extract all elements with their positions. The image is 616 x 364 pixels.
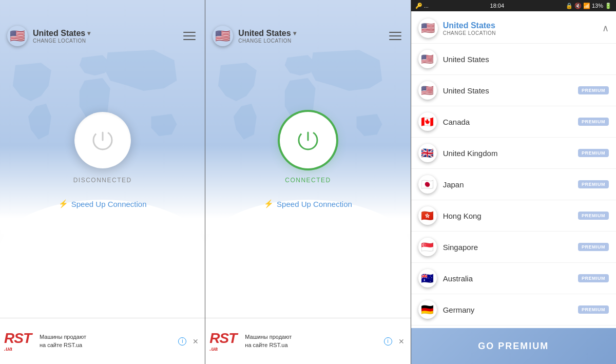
item-name-4: Japan [443,180,578,189]
header-flag-icon: 🇺🇸 [418,18,438,38]
premium-badge-1: PREMIUM [578,86,609,94]
speed-up-label-1: Speed Up Connection [71,200,147,208]
list-item[interactable]: 🇸🇬 Singapore PREMIUM [411,232,616,263]
power-button-2[interactable] [280,112,336,168]
premium-badge-6: PREMIUM [578,243,609,251]
item-flag-3: 🇬🇧 [418,144,437,162]
country-name-1: United States ▾ [33,29,90,38]
item-flag-7: 🇦🇺 [418,269,437,288]
status-right-3: 🔒 🔇 📶 13% 🔋 [566,3,612,9]
flag-icon-2: 🇺🇸 [213,26,233,46]
item-name-0: United States [443,55,609,64]
panel-connected: 🔑 ... 18:04 🔒 🔇 📶 13% 🔋 🇺🇸 United States… [205,0,411,364]
main-content-1: DISCONNECTED ⚡ Speed Up Connection [0,112,205,208]
list-item[interactable]: 🇭🇰 Hong Kong PREMIUM [411,200,616,232]
bolt-icon-2: ⚡ [264,199,274,208]
ad-info-icon-1[interactable]: i [178,337,186,346]
chevron-icon-2: ▾ [293,30,296,37]
menu-line-3 [183,39,196,40]
item-name-5: Hong Kong [443,212,578,220]
ad-logo-sub-1: .ua [4,346,12,352]
connection-status-1: DISCONNECTED [73,177,132,184]
power-icon-1 [90,127,116,153]
premium-badge-3: PREMIUM [578,149,609,157]
change-location-label-2: CHANGE LOCATION [238,38,296,44]
speed-up-label-2: Speed Up Connection [277,200,352,208]
chevron-icon-1: ▾ [87,30,90,37]
status-left-3: 🔑 ... [415,3,429,9]
item-name-8: Germany [443,305,578,314]
list-header-left: 🇺🇸 United States CHANGE LOCATION [418,18,496,38]
premium-badge-7: PREMIUM [578,274,609,282]
menu-line-4 [389,32,401,33]
premium-badge-5: PREMIUM [578,212,609,220]
list-item[interactable]: 🇬🇧 United Kingdom PREMIUM [411,138,616,169]
ad-logo-1: RST [4,331,31,346]
main-content-2: CONNECTED ⚡ Speed Up Connection [205,112,410,208]
speed-up-button-2[interactable]: ⚡ Speed Up Connection [264,199,352,208]
power-button-1[interactable] [74,112,131,168]
ad-content-1: RST .ua Машины продаютна сайте RST.ua i … [4,331,201,352]
connection-status-2: CONNECTED [285,177,331,184]
panel-disconnected: ▶ ... 18:03 🔒 🔇 📶 13% 🔋 🇺🇸 [0,0,205,364]
go-premium-label: GO PREMIUM [478,341,549,352]
list-item[interactable]: 🇺🇸 United States [411,44,616,75]
location-text-1: United States ▾ CHANGE LOCATION [33,29,90,44]
header-2: 🇺🇸 United States ▾ CHANGE LOCATION [205,11,410,50]
item-name-2: Canada [443,118,578,126]
ad-banner-2: RST .ua Машины продаютна сайте RST.ua i … [205,318,410,364]
item-flag-8: 🇩🇪 [418,300,437,319]
ad-logo-block-1: RST .ua [4,331,31,352]
ad-content-2: RST .ua Машины продаютна сайте RST.ua i … [209,331,406,352]
menu-line-2 [183,35,196,36]
menu-line-6 [389,39,401,40]
go-premium-button[interactable]: GO PREMIUM [411,328,616,364]
power-btn-container-2: CONNECTED [280,112,336,184]
menu-line-1 [183,32,196,33]
header-location-text: United States CHANGE LOCATION [443,21,496,36]
flag-icon-1: 🇺🇸 [7,26,28,46]
header-change-location: CHANGE LOCATION [443,30,496,36]
premium-badge-8: PREMIUM [578,305,609,314]
header-country-name: United States [443,21,496,30]
power-btn-container-1: DISCONNECTED [73,112,132,184]
item-flag-0: 🇺🇸 [418,50,437,68]
list-item[interactable]: 🇺🇸 United States PREMIUM [411,75,616,106]
ad-info-icon-2[interactable]: i [384,337,392,346]
list-item[interactable]: 🇨🇦 Canada PREMIUM [411,106,616,138]
item-name-1: United States [443,86,578,95]
ad-banner-1: RST .ua Машины продаютна сайте RST.ua i … [0,318,205,364]
country-name-2: United States ▾ [238,29,296,38]
ad-text-1: Машины продаютна сайте RST.ua [40,333,86,349]
status-bar-3: 🔑 ... 18:04 🔒 🔇 📶 13% 🔋 [411,0,616,11]
item-flag-5: 🇭🇰 [418,206,437,225]
item-name-6: Singapore [443,243,578,252]
status-time-3: 18:04 [490,3,505,9]
panel-location-list: 🔑 ... 18:04 🔒 🔇 📶 13% 🔋 🇺🇸 United States… [411,0,616,364]
item-flag-1: 🇺🇸 [418,81,437,100]
change-location-label-1: CHANGE LOCATION [33,38,90,44]
list-item[interactable]: 🇩🇪 Germany PREMIUM [411,294,616,325]
location-selector-1[interactable]: 🇺🇸 United States ▾ CHANGE LOCATION [7,26,90,46]
header-1: 🇺🇸 United States ▾ CHANGE LOCATION [0,11,205,50]
ad-logo-sub-2: .ua [209,346,218,352]
ad-logo-block-2: RST .ua [209,331,237,352]
location-text-2: United States ▾ CHANGE LOCATION [238,29,296,44]
list-item[interactable]: 🇦🇺 Australia PREMIUM [411,263,616,294]
premium-badge-2: PREMIUM [578,118,609,126]
item-flag-2: 🇨🇦 [418,112,437,131]
item-flag-6: 🇸🇬 [418,238,437,256]
ad-close-2[interactable]: ✕ [396,336,407,347]
menu-button-2[interactable] [387,30,403,42]
power-icon-2 [295,127,321,153]
item-name-3: United Kingdom [443,149,578,158]
bolt-icon-1: ⚡ [59,199,68,208]
location-selector-2[interactable]: 🇺🇸 United States ▾ CHANGE LOCATION [213,26,296,46]
premium-badge-4: PREMIUM [578,180,609,188]
chevron-up-icon[interactable]: ∧ [602,23,609,34]
menu-button-1[interactable] [181,30,198,42]
ad-logo-2: RST [209,331,237,346]
list-item[interactable]: 🇯🇵 Japan PREMIUM [411,169,616,200]
ad-close-1[interactable]: ✕ [190,336,201,347]
speed-up-button-1[interactable]: ⚡ Speed Up Connection [59,199,147,208]
